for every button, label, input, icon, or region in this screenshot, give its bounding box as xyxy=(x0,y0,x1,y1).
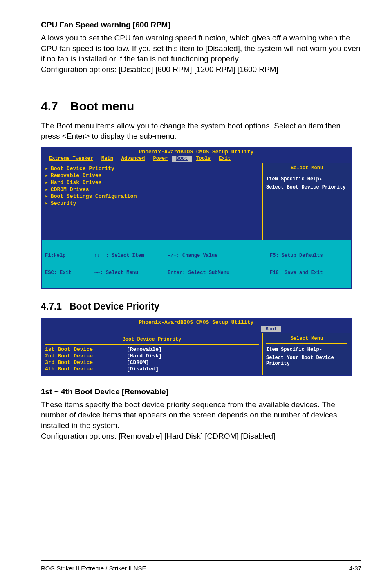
item-cdrom-drives: CDROM Drives xyxy=(51,186,89,193)
bios2-help: Item Specific Help▸ Select Your Boot Dev… xyxy=(266,346,347,366)
footer-f5: F5: Setup Defaults xyxy=(270,253,347,258)
footer-page-number: 4-37 xyxy=(349,565,361,572)
triangle-right-icon: ▸ xyxy=(319,176,322,182)
bios2-help-line1: Item Specific Help xyxy=(266,347,319,352)
row-4th-label: 4th Boot Device xyxy=(45,366,127,372)
bios-screenshot-boot-menu: Phoenix-AwardBIOS CMOS Setup Utility Ext… xyxy=(41,147,352,289)
bios2-right-panel: Select Menu Item Specific Help▸ Select Y… xyxy=(263,333,351,375)
footer-f1: F1:Help xyxy=(45,253,94,258)
tab-tools: Tools xyxy=(192,156,215,162)
sec2-title: 1st ~ 4th Boot Device [Removable] xyxy=(41,387,361,396)
heading-471-num: 4.7.1 xyxy=(41,301,69,312)
bios1-footer: F1:Help ESC: Exit ↑↓ : Select Item →←: S… xyxy=(42,240,351,288)
row-4th-value: [Disabled] xyxy=(127,366,159,372)
tab-boot: Boot xyxy=(172,156,192,162)
bios2-help-line2: Select Your Boot Device Priority xyxy=(266,355,347,366)
triangle-right-icon: ▸ xyxy=(319,347,322,352)
intro-47: The Boot menu items allow you to change … xyxy=(41,121,361,141)
triangle-icon: ▸ xyxy=(45,200,48,206)
bios1-select-menu: Select Menu xyxy=(266,164,347,173)
row-1st-label: 1st Boot Device xyxy=(45,346,127,352)
bios2-menubar: x Boot xyxy=(42,326,351,333)
tab-advanced: Advanced xyxy=(117,156,149,162)
triangle-icon: ▸ xyxy=(45,186,48,193)
triangle-icon: ▸ xyxy=(45,180,48,186)
bios1-menubar: Extreme Tweaker Main Advanced Power Boot… xyxy=(42,156,351,163)
footer-product-name: ROG Striker II Extreme / Striker II NSE xyxy=(41,565,146,572)
item-boot-settings-config: Boot Settings Configuration xyxy=(51,193,137,200)
item-security: Security xyxy=(51,200,76,206)
footer-enter-submenu: Enter: Select SubMenu xyxy=(168,270,270,276)
heading-47: 4.7Boot menu xyxy=(41,99,361,113)
bios2-screen-title: Boot Device Priority xyxy=(45,336,259,345)
bios2-select-menu: Select Menu xyxy=(266,335,347,344)
row-3rd-value: [CDROM] xyxy=(127,359,149,366)
tab-boot-2: Boot xyxy=(261,326,281,332)
bios1-title: Phoenix-AwardBIOS CMOS Setup Utility xyxy=(42,148,351,156)
footer-change-value: -/+: Change Value xyxy=(168,253,270,258)
bios2-title: Phoenix-AwardBIOS CMOS Setup Utility xyxy=(42,319,351,326)
footer-select-item: ↑↓ : Select Item xyxy=(94,253,168,258)
bios1-right-panel: Select Menu Item Specific Help▸ Select B… xyxy=(263,163,351,240)
footer-esc: ESC: Exit xyxy=(45,270,94,276)
bios1-help-line2: Select Boot Device Priority xyxy=(266,184,347,190)
sec1-body: Allows you to set the CPU fan warning sp… xyxy=(41,33,361,75)
item-hard-disk-drives: Hard Disk Drives xyxy=(51,180,102,186)
triangle-icon: ▸ xyxy=(45,193,48,200)
heading-471: 4.7.1Boot Device Priority xyxy=(41,301,361,312)
item-boot-device-priority: Boot Device Priority xyxy=(51,166,114,172)
heading-471-text: Boot Device Priority xyxy=(69,301,159,312)
sec2-body: These items specify the boot device prio… xyxy=(41,399,361,442)
bios1-help: Item Specific Help▸ Select Boot Device P… xyxy=(266,176,347,190)
row-1st-value: [Removable] xyxy=(127,346,162,352)
tab-power: Power xyxy=(149,156,172,162)
row-3rd-label: 3rd Boot Device xyxy=(45,359,127,366)
bios1-help-line1: Item Specific Help xyxy=(266,176,319,182)
footer-f10: F10: Save and Exit xyxy=(270,270,347,276)
bios-screenshot-boot-priority: Phoenix-AwardBIOS CMOS Setup Utility x B… xyxy=(41,318,352,376)
heading-47-num: 4.7 xyxy=(41,99,58,113)
row-2nd-label: 2nd Boot Device xyxy=(45,353,127,359)
row-2nd-value: [Hard Disk] xyxy=(127,353,162,359)
bios1-left-panel: ▸Boot Device Priority ▸Removable Drives … xyxy=(42,163,263,240)
tab-exit: Exit xyxy=(215,156,235,162)
heading-47-text: Boot menu xyxy=(70,99,134,113)
footer-select-menu: →←: Select Menu xyxy=(94,270,168,276)
sec1-title: CPU Fan Speed warning [600 RPM] xyxy=(41,20,361,29)
item-removable-drives: Removable Drives xyxy=(51,173,102,179)
triangle-icon: ▸ xyxy=(45,166,48,172)
tab-extreme-tweaker: Extreme Tweaker xyxy=(45,156,97,162)
triangle-icon: ▸ xyxy=(45,173,48,179)
bios2-left-panel: Boot Device Priority 1st Boot Device[Rem… xyxy=(42,333,263,375)
page-footer: ROG Striker II Extreme / Striker II NSE … xyxy=(41,560,361,572)
tab-main: Main xyxy=(97,156,117,162)
